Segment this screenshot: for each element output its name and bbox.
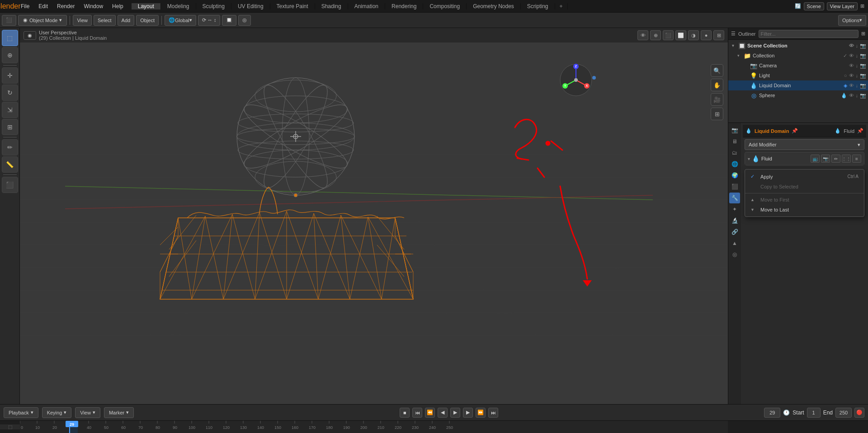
viewport-options[interactable]: ⊞ bbox=[713, 30, 724, 40]
bottom-timeline[interactable]: ⬚ 0 10 20 29 40 50 bbox=[0, 420, 868, 433]
viewport-type-icon[interactable]: ⬛ bbox=[2, 15, 16, 26]
modifier-menu-btn[interactable]: ≡ bbox=[852, 155, 861, 163]
outliner-collection[interactable]: ▾ 📁 Collection ✓ 👁 ↓ 📷 bbox=[728, 51, 868, 61]
outliner-search[interactable] bbox=[759, 30, 859, 38]
cam-eye[interactable]: 👁 bbox=[849, 63, 854, 69]
liquid-select[interactable]: ↓ bbox=[856, 83, 859, 89]
viewport-overlay-btn[interactable]: 👁 bbox=[637, 30, 648, 40]
scene-eye-icon[interactable]: 👁 bbox=[849, 43, 854, 49]
sphere-render[interactable]: 📷 bbox=[860, 93, 866, 99]
transform-tool[interactable]: ⊞ bbox=[2, 119, 18, 135]
sphere-liquid-icon[interactable]: 💧 bbox=[841, 93, 847, 99]
prop-tab-world[interactable]: 🌍 bbox=[729, 170, 740, 181]
outliner-camera[interactable]: ▾ 📷 Camera 👁 ↓ 📷 bbox=[728, 61, 868, 71]
prev-keyframe-btn[interactable]: ⏪ bbox=[425, 408, 435, 418]
timeline-ruler[interactable]: 0 10 20 29 40 50 60 70 80 bbox=[20, 421, 728, 433]
proportional-btn[interactable]: ◎ bbox=[238, 15, 251, 26]
pin-icon[interactable]: 📌 bbox=[792, 128, 798, 134]
outliner-sphere[interactable]: ▾ ◎ Sphere 💧 👁 ↓ 📷 bbox=[728, 90, 868, 100]
prop-tab-object[interactable]: ⬛ bbox=[729, 181, 740, 192]
prop-tab-render[interactable]: 📷 bbox=[729, 125, 740, 136]
tab-shading[interactable]: Shading bbox=[315, 3, 348, 9]
menu-window[interactable]: Window bbox=[79, 0, 108, 12]
viewport-shading-material[interactable]: ◑ bbox=[688, 30, 699, 40]
menu-file[interactable]: File bbox=[16, 0, 34, 12]
play-btn[interactable]: ▶ bbox=[450, 408, 460, 418]
filter-icon[interactable]: ⊞ bbox=[861, 31, 865, 37]
keying-dropdown[interactable]: Keying ▾ bbox=[42, 407, 72, 418]
snap-btn[interactable]: 🔲 bbox=[222, 15, 236, 26]
modifier-realtime-btn[interactable]: 📺 bbox=[811, 155, 820, 163]
next-frame-btn[interactable]: ▶ bbox=[463, 408, 473, 418]
coll-eye[interactable]: 👁 bbox=[849, 53, 854, 59]
modifier-toggle-btn[interactable]: ⋮⋮ bbox=[842, 155, 851, 163]
add-modifier-btn[interactable]: Add Modifier ▾ bbox=[745, 139, 864, 150]
view-menu-btn[interactable]: View bbox=[73, 15, 92, 26]
light-select[interactable]: ↓ bbox=[856, 73, 859, 79]
light-eye[interactable]: 👁 bbox=[849, 73, 854, 79]
modifier-render-btn[interactable]: 📷 bbox=[821, 155, 830, 163]
cam-render[interactable]: 📷 bbox=[860, 63, 866, 69]
viewport-shading-solid[interactable]: ⬜ bbox=[675, 30, 686, 40]
outliner-light[interactable]: ▾ 💡 Light ○ 👁 ↓ 📷 bbox=[728, 71, 868, 80]
scene-select-icon[interactable]: ↓ bbox=[856, 43, 859, 49]
scale-tool[interactable]: ⇲ bbox=[2, 102, 18, 118]
prop-tab-view-layer[interactable]: 🗂 bbox=[729, 147, 740, 158]
tab-rendering[interactable]: Rendering bbox=[385, 3, 423, 9]
measure-tool[interactable]: 📏 bbox=[2, 156, 18, 173]
rotate-tool[interactable]: ↻ bbox=[2, 85, 18, 101]
context-move-to-last[interactable]: ▼ Move to Last bbox=[745, 205, 864, 215]
prop-tab-constraints[interactable]: 🔗 bbox=[729, 226, 740, 237]
add-cube-tool[interactable]: ⬛ bbox=[2, 177, 18, 193]
modifier-collapse-btn[interactable]: ▾ bbox=[748, 156, 750, 161]
jump-end-btn[interactable]: ⏭ bbox=[488, 408, 498, 418]
object-menu-btn[interactable]: Object bbox=[136, 15, 159, 26]
viewport-shading-render[interactable]: ● bbox=[701, 30, 712, 40]
tab-compositing[interactable]: Compositing bbox=[423, 3, 467, 9]
menu-edit[interactable]: Edit bbox=[34, 0, 52, 12]
prop-tab-material[interactable]: ◎ bbox=[729, 249, 740, 260]
tab-modeling[interactable]: Modeling bbox=[161, 3, 196, 9]
tab-sculpting[interactable]: Sculpting bbox=[196, 3, 231, 9]
tab-scripting[interactable]: Scripting bbox=[521, 3, 555, 9]
viewport-camera-icon[interactable]: ⊞ bbox=[711, 108, 723, 120]
filter-icon[interactable]: ⊞ bbox=[860, 3, 864, 9]
sphere-eye[interactable]: 👁 bbox=[849, 93, 854, 99]
tab-geometry-nodes[interactable]: Geometry Nodes bbox=[467, 3, 521, 9]
tab-texture-paint[interactable]: Texture Paint bbox=[270, 3, 315, 9]
move-tool[interactable]: ✛ bbox=[2, 67, 18, 84]
prop-tab-modifier[interactable]: 🔧 bbox=[729, 193, 740, 203]
context-apply[interactable]: ✓ Apply Ctrl A bbox=[745, 171, 864, 182]
outliner-scene-collection[interactable]: ▾ 🔲 Scene Collection 👁 ↓ 📷 bbox=[728, 41, 868, 51]
next-keyframe-btn[interactable]: ⏩ bbox=[476, 408, 486, 418]
viewport-shading-wire[interactable]: ⬛ bbox=[663, 30, 674, 40]
prop-tab-scene[interactable]: 🌐 bbox=[729, 159, 740, 169]
select-tool[interactable]: ⬚ bbox=[2, 30, 18, 46]
modifier-edit-btn[interactable]: ✏ bbox=[831, 155, 840, 163]
prev-frame-btn[interactable]: ◀ bbox=[438, 408, 448, 418]
outliner-liquid-domain[interactable]: ▾ 💧 Liquid Domain ◈ 👁 ↓ 📷 bbox=[728, 80, 868, 90]
global-btn[interactable]: 🌐 Global ▾ bbox=[165, 15, 196, 26]
tab-uv-editing[interactable]: UV Editing bbox=[231, 3, 270, 9]
transform-icons[interactable]: ⟳ ↔ ↕ bbox=[198, 15, 221, 26]
viewport-orbit-icon[interactable]: 🎥 bbox=[711, 93, 723, 106]
cursor-tool[interactable]: ⊕ bbox=[2, 47, 18, 63]
view-dropdown[interactable]: View ▾ bbox=[75, 407, 100, 418]
object-mode-btn[interactable]: ◉ Object Mode ▾ bbox=[18, 15, 67, 26]
end-frame-input[interactable]: 250 bbox=[835, 408, 852, 418]
current-frame-input[interactable]: 29 bbox=[764, 408, 780, 418]
viewport-gizmo-btn[interactable]: ⊕ bbox=[650, 30, 661, 40]
jump-start-btn[interactable]: ⏮ bbox=[412, 408, 422, 418]
viewport-zoom-icon[interactable]: 🔍 bbox=[711, 64, 723, 77]
tab-layout[interactable]: Layout bbox=[132, 3, 161, 9]
light-enable[interactable]: ○ bbox=[844, 73, 847, 79]
light-render[interactable]: 📷 bbox=[860, 73, 866, 79]
modifier-pin-icon[interactable]: 📌 bbox=[857, 128, 863, 134]
menu-help[interactable]: Help bbox=[108, 0, 128, 12]
render-icon-btn[interactable]: 🔴 bbox=[854, 408, 864, 418]
prop-tab-output[interactable]: 🖥 bbox=[729, 136, 740, 147]
select-menu-btn[interactable]: Select bbox=[94, 15, 116, 26]
cam-select[interactable]: ↓ bbox=[856, 63, 859, 69]
prop-tab-physics[interactable]: 🔬 bbox=[729, 215, 740, 226]
tab-add[interactable]: + bbox=[555, 3, 568, 9]
